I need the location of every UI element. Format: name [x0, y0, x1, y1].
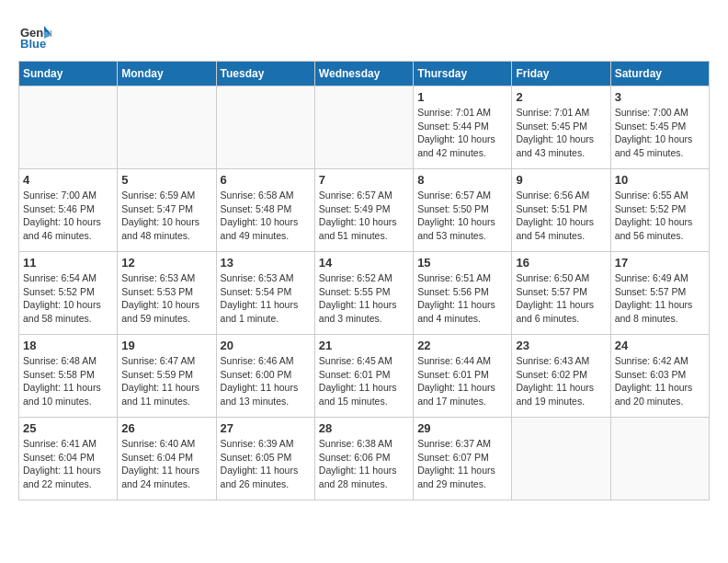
day-info: Sunrise: 6:58 AMSunset: 5:48 PMDaylight:… — [221, 189, 311, 243]
day-number: 13 — [221, 256, 311, 270]
calendar-header-row: SundayMondayTuesdayWednesdayThursdayFrid… — [19, 62, 710, 86]
logo: General Blue — [18, 18, 55, 52]
day-info: Sunrise: 6:38 AMSunset: 6:06 PMDaylight:… — [319, 437, 409, 491]
day-info: Sunrise: 6:53 AMSunset: 5:53 PMDaylight:… — [121, 271, 211, 326]
day-info: Sunrise: 6:48 AMSunset: 5:58 PMDaylight:… — [23, 354, 113, 408]
column-header-monday: Monday — [118, 62, 216, 86]
day-info: Sunrise: 6:56 AMSunset: 5:51 PMDaylight:… — [516, 189, 606, 243]
calendar-table: SundayMondayTuesdayWednesdayThursdayFrid… — [18, 61, 710, 500]
day-info: Sunrise: 6:54 AMSunset: 5:52 PMDaylight:… — [23, 271, 113, 326]
calendar-day: 27Sunrise: 6:39 AMSunset: 6:05 PMDayligh… — [216, 418, 314, 500]
calendar-day: 15Sunrise: 6:51 AMSunset: 5:56 PMDayligh… — [414, 252, 512, 335]
day-number: 21 — [319, 339, 409, 352]
calendar-day: 9Sunrise: 6:56 AMSunset: 5:51 PMDaylight… — [512, 169, 610, 252]
day-number: 12 — [121, 256, 211, 270]
column-header-saturday: Saturday — [610, 62, 709, 86]
calendar-day: 17Sunrise: 6:49 AMSunset: 5:57 PMDayligh… — [610, 252, 709, 335]
calendar-day — [118, 86, 216, 169]
calendar-day: 28Sunrise: 6:38 AMSunset: 6:06 PMDayligh… — [314, 418, 413, 500]
calendar-day: 5Sunrise: 6:59 AMSunset: 5:47 PMDaylight… — [118, 169, 216, 252]
day-number: 11 — [23, 256, 113, 270]
calendar-day: 18Sunrise: 6:48 AMSunset: 5:58 PMDayligh… — [19, 335, 118, 418]
calendar-day: 12Sunrise: 6:53 AMSunset: 5:53 PMDayligh… — [118, 252, 216, 335]
day-info: Sunrise: 6:55 AMSunset: 5:52 PMDaylight:… — [615, 189, 705, 243]
day-info: Sunrise: 6:47 AMSunset: 5:59 PMDaylight:… — [121, 354, 211, 408]
day-info: Sunrise: 6:41 AMSunset: 6:04 PMDaylight:… — [23, 437, 113, 491]
svg-text:Blue: Blue — [20, 37, 46, 51]
day-info: Sunrise: 6:49 AMSunset: 5:57 PMDaylight:… — [615, 271, 705, 326]
calendar-day: 7Sunrise: 6:57 AMSunset: 5:49 PMDaylight… — [314, 169, 413, 252]
calendar-day: 8Sunrise: 6:57 AMSunset: 5:50 PMDaylight… — [414, 169, 512, 252]
day-info: Sunrise: 7:01 AMSunset: 5:45 PMDaylight:… — [516, 106, 606, 160]
day-info: Sunrise: 7:00 AMSunset: 5:45 PMDaylight:… — [615, 106, 705, 160]
day-number: 26 — [121, 421, 211, 435]
calendar-day: 14Sunrise: 6:52 AMSunset: 5:55 PMDayligh… — [314, 252, 413, 335]
calendar-week-3: 11Sunrise: 6:54 AMSunset: 5:52 PMDayligh… — [19, 252, 710, 335]
day-number: 23 — [516, 339, 606, 352]
day-number: 25 — [23, 421, 113, 435]
calendar-day — [19, 86, 118, 169]
calendar-day: 26Sunrise: 6:40 AMSunset: 6:04 PMDayligh… — [118, 418, 216, 500]
day-number: 6 — [221, 173, 311, 187]
day-number: 27 — [221, 421, 311, 435]
day-number: 7 — [319, 173, 409, 187]
calendar-week-1: 1Sunrise: 7:01 AMSunset: 5:44 PMDaylight… — [19, 86, 710, 169]
day-info: Sunrise: 6:45 AMSunset: 6:01 PMDaylight:… — [319, 354, 409, 408]
column-header-sunday: Sunday — [19, 62, 118, 86]
day-number: 16 — [516, 256, 606, 270]
day-number: 14 — [319, 256, 409, 270]
calendar-day: 24Sunrise: 6:42 AMSunset: 6:03 PMDayligh… — [610, 335, 709, 418]
day-info: Sunrise: 6:46 AMSunset: 6:00 PMDaylight:… — [221, 354, 311, 408]
day-info: Sunrise: 6:59 AMSunset: 5:47 PMDaylight:… — [121, 189, 211, 243]
day-number: 19 — [121, 339, 211, 352]
day-number: 20 — [221, 339, 311, 352]
column-header-tuesday: Tuesday — [216, 62, 314, 86]
calendar-day: 19Sunrise: 6:47 AMSunset: 5:59 PMDayligh… — [118, 335, 216, 418]
calendar-day: 22Sunrise: 6:44 AMSunset: 6:01 PMDayligh… — [414, 335, 512, 418]
calendar-day: 10Sunrise: 6:55 AMSunset: 5:52 PMDayligh… — [610, 169, 709, 252]
day-info: Sunrise: 6:44 AMSunset: 6:01 PMDaylight:… — [417, 354, 507, 408]
day-number: 22 — [417, 339, 507, 352]
day-number: 10 — [615, 173, 705, 187]
day-info: Sunrise: 6:52 AMSunset: 5:55 PMDaylight:… — [319, 271, 409, 326]
calendar-week-4: 18Sunrise: 6:48 AMSunset: 5:58 PMDayligh… — [19, 335, 710, 418]
day-number: 29 — [417, 421, 507, 435]
calendar-day: 16Sunrise: 6:50 AMSunset: 5:57 PMDayligh… — [512, 252, 610, 335]
calendar-day: 6Sunrise: 6:58 AMSunset: 5:48 PMDaylight… — [216, 169, 314, 252]
day-number: 18 — [23, 339, 113, 352]
day-info: Sunrise: 6:42 AMSunset: 6:03 PMDaylight:… — [615, 354, 705, 408]
day-number: 17 — [615, 256, 705, 270]
page-header: General Blue — [18, 18, 710, 52]
day-info: Sunrise: 6:40 AMSunset: 6:04 PMDaylight:… — [121, 437, 211, 491]
day-info: Sunrise: 6:53 AMSunset: 5:54 PMDaylight:… — [221, 271, 311, 326]
day-number: 15 — [417, 256, 507, 270]
day-number: 2 — [516, 90, 606, 104]
day-number: 3 — [615, 90, 705, 104]
day-info: Sunrise: 6:37 AMSunset: 6:07 PMDaylight:… — [417, 437, 507, 491]
day-number: 1 — [417, 90, 507, 104]
day-number: 28 — [319, 421, 409, 435]
day-info: Sunrise: 6:51 AMSunset: 5:56 PMDaylight:… — [417, 271, 507, 326]
calendar-day: 4Sunrise: 7:00 AMSunset: 5:46 PMDaylight… — [19, 169, 118, 252]
calendar-day: 11Sunrise: 6:54 AMSunset: 5:52 PMDayligh… — [19, 252, 118, 335]
column-header-thursday: Thursday — [414, 62, 512, 86]
day-info: Sunrise: 6:57 AMSunset: 5:49 PMDaylight:… — [319, 189, 409, 243]
calendar-day: 29Sunrise: 6:37 AMSunset: 6:07 PMDayligh… — [414, 418, 512, 500]
day-number: 9 — [516, 173, 606, 187]
column-header-wednesday: Wednesday — [314, 62, 413, 86]
day-info: Sunrise: 6:39 AMSunset: 6:05 PMDaylight:… — [221, 437, 311, 491]
calendar-day — [610, 418, 709, 500]
logo-icon: General Blue — [18, 18, 51, 52]
column-header-friday: Friday — [512, 62, 610, 86]
calendar-day — [216, 86, 314, 169]
calendar-day: 21Sunrise: 6:45 AMSunset: 6:01 PMDayligh… — [314, 335, 413, 418]
calendar-day: 3Sunrise: 7:00 AMSunset: 5:45 PMDaylight… — [610, 86, 709, 169]
calendar-day: 23Sunrise: 6:43 AMSunset: 6:02 PMDayligh… — [512, 335, 610, 418]
calendar-week-5: 25Sunrise: 6:41 AMSunset: 6:04 PMDayligh… — [19, 418, 710, 500]
day-info: Sunrise: 6:43 AMSunset: 6:02 PMDaylight:… — [516, 354, 606, 408]
day-info: Sunrise: 6:50 AMSunset: 5:57 PMDaylight:… — [516, 271, 606, 326]
calendar-day — [314, 86, 413, 169]
day-number: 4 — [23, 173, 113, 187]
day-number: 24 — [615, 339, 705, 352]
day-number: 8 — [417, 173, 507, 187]
